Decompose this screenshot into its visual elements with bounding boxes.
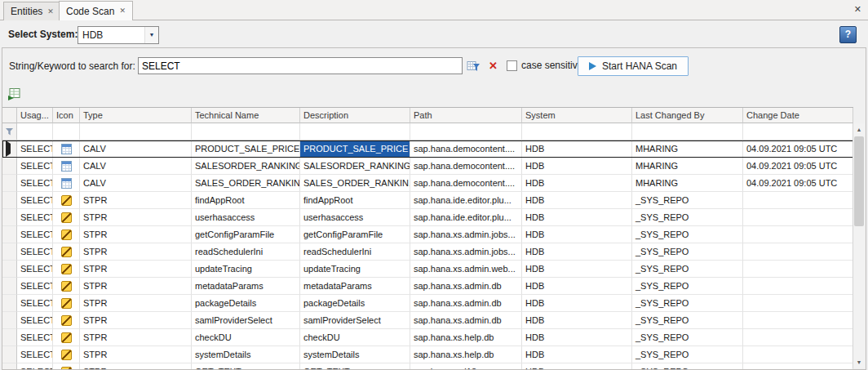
cell-last-changed-by[interactable]: _SYS_REPO (632, 329, 743, 346)
table-row[interactable]: SELECTSTPRcheckDUcheckDUsap.hana.xs.help… (2, 329, 853, 346)
cell-path[interactable]: sap.hana.xs.admin.db (410, 278, 522, 295)
cell-icon[interactable] (53, 261, 80, 278)
close-icon[interactable]: ✕ (119, 7, 126, 15)
cell-type[interactable]: CALV (80, 140, 192, 158)
cell-usage[interactable]: SELECT (17, 295, 53, 312)
window-close-icon[interactable]: ✕ (854, 4, 861, 15)
filter-cell-technical-name[interactable] (192, 123, 300, 140)
cell-technical-name[interactable]: SALESORDER_RANKING... (192, 158, 300, 175)
table-row[interactable]: SELECTSTPRfindAppRootfindAppRootsap.hana… (2, 192, 853, 209)
table-row[interactable]: SELECTSTPRsystemDetailssystemDetailssap.… (2, 346, 853, 363)
cell-change-date[interactable] (743, 312, 853, 329)
cell-type[interactable]: STPR (80, 312, 192, 329)
col-header-icon[interactable]: Icon (53, 108, 80, 123)
cell-system[interactable]: HDB (522, 346, 632, 363)
cell-icon[interactable] (53, 363, 80, 369)
table-row[interactable]: SELECTCALVPRODUCT_SALE_PRICEPRODUCT_SALE… (2, 140, 853, 158)
cell-icon[interactable] (53, 295, 80, 312)
cell-change-date[interactable]: 04.09.2021 09:05 UTC (743, 158, 853, 175)
table-row[interactable]: SELECTSTPRgetConfigParamFilegetConfigPar… (2, 226, 853, 243)
cell-description[interactable]: samlProviderSelect (300, 312, 410, 329)
table-row[interactable]: SELECTCALVSALES_ORDER_RANKIN...SALES_ORD… (2, 175, 853, 192)
scroll-up-icon[interactable]: ▲ (853, 123, 865, 136)
cell-technical-name[interactable]: packageDetails (192, 295, 300, 312)
cell-type[interactable]: STPR (80, 192, 192, 209)
cell-type[interactable]: STPR (80, 209, 192, 226)
col-header-change-date[interactable]: Change Date (743, 108, 853, 123)
filter-cell-last-changed-by[interactable] (632, 123, 743, 140)
cell-technical-name[interactable]: getConfigParamFile (192, 226, 300, 243)
cell-path[interactable]: sap.hana.democontent.... (410, 175, 522, 192)
cell-description[interactable]: SALESORDER_RANKING... (300, 158, 410, 175)
cell-change-date[interactable] (743, 226, 853, 243)
filter-results-button[interactable] (466, 58, 481, 74)
cell-technical-name[interactable]: updateTracing (192, 261, 300, 278)
cell-usage[interactable]: SELECT (17, 329, 53, 346)
cell-path[interactable]: sap.hana.xs.admin.jobs... (410, 226, 522, 243)
scroll-down-icon[interactable]: ▼ (853, 356, 865, 368)
cell-last-changed-by[interactable]: _SYS_REPO (632, 226, 743, 243)
col-header-type[interactable]: Type (80, 108, 192, 123)
table-row[interactable]: SELECTSTPRuserhasaccessuserhasaccesssap.… (2, 209, 853, 226)
cell-system[interactable]: HDB (522, 192, 632, 209)
cell-system[interactable]: HDB (522, 243, 632, 261)
table-row[interactable]: SELECTSTPRsamlProviderSelectsamlProvider… (2, 312, 853, 329)
cell-usage[interactable]: SELECT (17, 363, 53, 369)
cell-icon[interactable] (53, 192, 80, 209)
cell-change-date[interactable] (743, 346, 853, 363)
col-header-description[interactable]: Description (300, 108, 410, 123)
cell-change-date[interactable] (743, 209, 853, 226)
cell-icon[interactable] (53, 346, 80, 363)
chevron-down-icon[interactable]: ▼ (144, 27, 158, 43)
cell-description[interactable]: updateTracing (300, 261, 410, 278)
table-row[interactable]: SELECTCALVSALESORDER_RANKING...SALESORDE… (2, 158, 853, 175)
cell-path[interactable]: sap.hana.xs.admin.web... (410, 261, 522, 278)
cell-type[interactable]: STPR (80, 278, 192, 295)
cell-usage[interactable]: SELECT (17, 175, 53, 192)
cell-last-changed-by[interactable]: _SYS_REPO (632, 192, 743, 209)
filter-cell-icon[interactable] (53, 123, 80, 140)
cell-last-changed-by[interactable]: _SYS_REPO (632, 243, 743, 261)
cell-path[interactable]: sap.hana.xs.i18n (410, 363, 522, 369)
cell-icon[interactable] (53, 209, 80, 226)
cell-change-date[interactable] (743, 363, 853, 369)
cell-last-changed-by[interactable]: _SYS_REPO (632, 261, 743, 278)
cell-usage[interactable]: SELECT (17, 192, 53, 209)
cell-icon[interactable] (53, 140, 80, 158)
table-row[interactable]: SELECTSTPRmetadataParamsmetadataParamssa… (2, 278, 853, 295)
cell-icon[interactable] (53, 329, 80, 346)
cell-type[interactable]: STPR (80, 329, 192, 346)
cell-technical-name[interactable]: readSchedulerIni (192, 243, 300, 261)
filter-cell-usage[interactable] (17, 123, 53, 140)
cell-description[interactable]: userhasaccess (300, 209, 410, 226)
cell-system[interactable]: HDB (522, 261, 632, 278)
cell-usage[interactable]: SELECT (17, 278, 53, 295)
cell-description[interactable]: packageDetails (300, 295, 410, 312)
cell-last-changed-by[interactable]: _SYS_REPO (632, 295, 743, 312)
case-sensitive-checkbox[interactable] (507, 60, 517, 71)
cell-change-date[interactable] (743, 261, 853, 278)
system-select[interactable]: HDB ▼ (78, 26, 159, 44)
cell-path[interactable]: sap.hana.democontent.... (410, 158, 522, 175)
cell-last-changed-by[interactable]: MHARING (632, 140, 743, 158)
cell-path[interactable]: sap.hana.ide.editor.plu... (410, 192, 522, 209)
cell-path[interactable]: sap.hana.xs.admin.db (410, 295, 522, 312)
cell-last-changed-by[interactable]: MHARING (632, 175, 743, 192)
cell-change-date[interactable] (743, 295, 853, 312)
start-hana-scan-button[interactable]: Start HANA Scan (578, 56, 689, 76)
cell-description[interactable]: metadataParams (300, 278, 410, 295)
cell-type[interactable]: STPR (80, 346, 192, 363)
cell-usage[interactable]: SELECT (17, 312, 53, 329)
cell-path[interactable]: sap.hana.democontent.... (410, 140, 522, 158)
cell-technical-name[interactable]: userhasaccess (192, 209, 300, 226)
cell-system[interactable]: HDB (522, 278, 632, 295)
tab-entities[interactable]: Entities ✕ (3, 2, 61, 20)
cell-type[interactable]: CALV (80, 158, 192, 175)
cell-system[interactable]: HDB (522, 295, 632, 312)
cell-technical-name[interactable]: systemDetails (192, 346, 300, 363)
cell-change-date[interactable]: 04.09.2021 09:05 UTC (743, 175, 853, 192)
cell-description[interactable]: readSchedulerIni (300, 243, 410, 261)
cell-type[interactable]: STPR (80, 261, 192, 278)
export-button[interactable] (7, 87, 22, 104)
filter-cell-description[interactable] (300, 123, 410, 140)
